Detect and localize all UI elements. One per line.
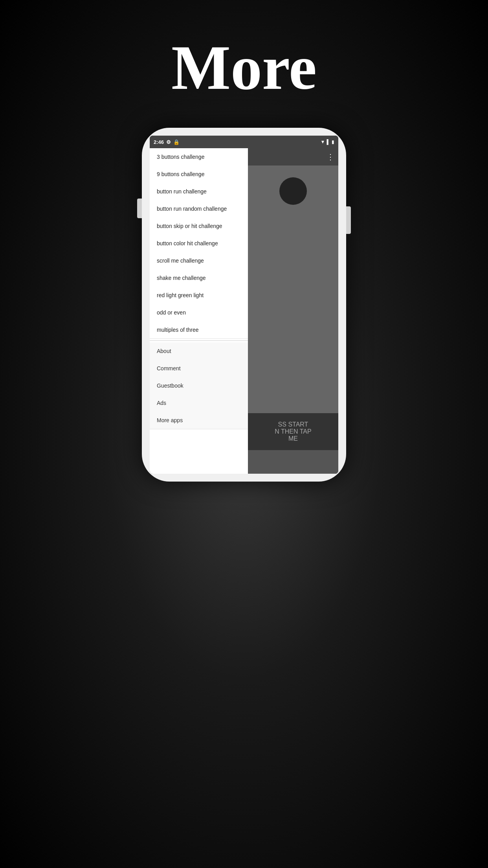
three-dots-menu-icon[interactable]: ⋮ [327,152,334,162]
time-display: 2:46 [154,139,164,145]
menu-secondary-section: About Comment Guestbook Ads More apps [150,342,248,429]
menu-item-9-buttons-challenge[interactable]: 9 buttons challenge [150,166,248,183]
menu-item-guestbook[interactable]: Guestbook [150,377,248,394]
menu-item-red-light-green-light[interactable]: red light green light [150,287,248,304]
app-bottom-area [248,450,338,474]
menu-divider [150,340,248,341]
status-right: ▼ ▌ ▮ [321,139,334,145]
menu-item-button-run-challenge[interactable]: button run challenge [150,183,248,200]
circle-button[interactable] [279,177,307,205]
menu-item-multiples-of-three[interactable]: multiples of three [150,321,248,338]
phone-screen: 2:46 ⚙ 🔒 ▼ ▌ ▮ 3 buttons challenge 9 but… [150,136,338,474]
menu-item-comment[interactable]: Comment [150,360,248,377]
phone-side-left [137,199,142,218]
menu-item-shake-me-challenge[interactable]: shake me challenge [150,269,248,287]
phone-side-right [346,206,351,234]
status-left: 2:46 ⚙ 🔒 [154,139,180,145]
menu-item-button-skip-or-hit-challenge[interactable]: button skip or hit challenge [150,217,248,235]
settings-icon: ⚙ [166,139,171,145]
drawer-menu: 3 buttons challenge 9 buttons challenge … [150,148,248,474]
status-bar: 2:46 ⚙ 🔒 ▼ ▌ ▮ [150,136,338,148]
menu-item-button-color-hit-challenge[interactable]: button color hit challenge [150,235,248,252]
battery-icon: ▮ [332,139,334,145]
wifi-icon: ▼ [321,139,325,145]
menu-item-scroll-me-challenge[interactable]: scroll me challenge [150,252,248,269]
app-content-area: ⋮ SS STARTN THEN TAPME [248,148,338,474]
app-main-area: SS STARTN THEN TAPME [248,166,338,450]
phone-wrapper: 2:46 ⚙ 🔒 ▼ ▌ ▮ 3 buttons challenge 9 but… [142,128,346,482]
lock-icon: 🔒 [173,139,180,145]
app-instruction-text: SS STARTN THEN TAPME [248,413,338,450]
menu-item-odd-or-even[interactable]: odd or even [150,304,248,321]
page-title: More [171,31,317,104]
screen-content: 3 buttons challenge 9 buttons challenge … [150,148,338,474]
menu-item-3-buttons-challenge[interactable]: 3 buttons challenge [150,148,248,166]
menu-item-more-apps[interactable]: More apps [150,412,248,429]
signal-icon: ▌ [327,139,330,145]
menu-item-about[interactable]: About [150,342,248,360]
menu-item-button-run-random-challenge[interactable]: button run random challenge [150,200,248,217]
menu-primary-section: 3 buttons challenge 9 buttons challenge … [150,148,248,339]
menu-item-ads[interactable]: Ads [150,394,248,412]
app-top-bar: ⋮ [248,148,338,166]
